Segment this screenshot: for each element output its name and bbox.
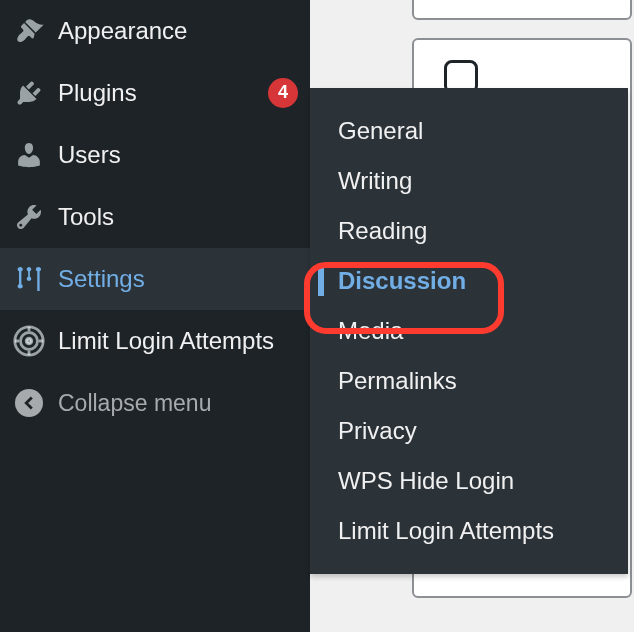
sidebar-label: Limit Login Attempts xyxy=(58,325,298,356)
update-badge: 4 xyxy=(268,78,298,108)
target-icon xyxy=(12,324,46,358)
plug-icon xyxy=(12,76,46,110)
submenu-item-privacy[interactable]: Privacy xyxy=(310,406,628,456)
submenu-item-general[interactable]: General xyxy=(310,106,628,156)
svg-point-2 xyxy=(26,338,32,344)
sidebar-label: Users xyxy=(58,139,298,170)
collapse-label: Collapse menu xyxy=(58,390,211,417)
content-panel xyxy=(412,0,632,20)
sidebar-item-settings[interactable]: Settings xyxy=(0,248,310,310)
collapse-icon xyxy=(12,386,46,420)
submenu-item-permalinks[interactable]: Permalinks xyxy=(310,356,628,406)
user-icon xyxy=(12,138,46,172)
sidebar-item-limit-login[interactable]: Limit Login Attempts xyxy=(0,310,310,372)
submenu-item-discussion[interactable]: Discussion xyxy=(310,256,628,306)
sidebar-label: Tools xyxy=(58,201,298,232)
submenu-item-media[interactable]: Media xyxy=(310,306,628,356)
sidebar-label: Appearance xyxy=(58,15,298,46)
collapse-menu[interactable]: Collapse menu xyxy=(0,372,310,434)
sidebar-item-plugins[interactable]: Plugins 4 xyxy=(0,62,310,124)
submenu-item-limit-login[interactable]: Limit Login Attempts xyxy=(310,506,628,556)
svg-point-3 xyxy=(15,389,43,417)
sidebar-label: Settings xyxy=(58,263,298,294)
sliders-icon xyxy=(12,262,46,296)
brush-icon xyxy=(12,14,46,48)
settings-submenu: General Writing Reading Discussion Media… xyxy=(310,88,628,574)
sidebar-item-users[interactable]: Users xyxy=(0,124,310,186)
submenu-item-reading[interactable]: Reading xyxy=(310,206,628,256)
submenu-item-wps-hide-login[interactable]: WPS Hide Login xyxy=(310,456,628,506)
sidebar-item-tools[interactable]: Tools xyxy=(0,186,310,248)
sidebar-label: Plugins xyxy=(58,77,250,108)
wrench-icon xyxy=(12,200,46,234)
admin-sidebar: Appearance Plugins 4 Users Tools Setting… xyxy=(0,0,310,632)
sidebar-item-appearance[interactable]: Appearance xyxy=(0,0,310,62)
submenu-item-writing[interactable]: Writing xyxy=(310,156,628,206)
